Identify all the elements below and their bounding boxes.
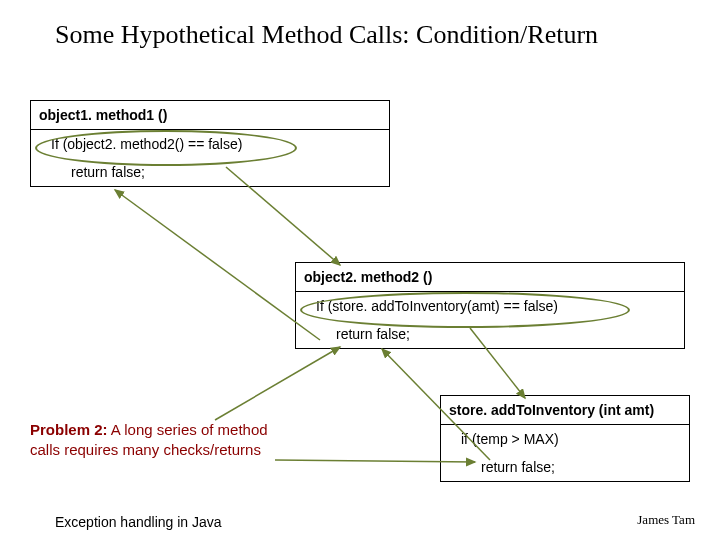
box1-header: object1. method1 () <box>31 101 389 130</box>
box2-header: object2. method2 () <box>296 263 684 292</box>
problem-block: Problem 2: A long series of method calls… <box>30 420 290 459</box>
code-box-addtoinventory: store. addToInventory (int amt) if (temp… <box>440 395 690 482</box>
problem-label: Problem 2: <box>30 421 108 438</box>
footer-left: Exception handling in Java <box>55 514 222 530</box>
box3-line2: return false; <box>441 453 689 481</box>
box3-header: store. addToInventory (int amt) <box>441 396 689 425</box>
highlight-ellipse-2 <box>300 292 630 328</box>
svg-line-4 <box>215 347 340 420</box>
svg-line-3 <box>115 190 320 340</box>
slide-title: Some Hypothetical Method Calls: Conditio… <box>55 20 598 50</box>
footer-right: James Tam <box>637 512 695 528</box>
highlight-ellipse-1 <box>35 130 297 166</box>
box3-line1: if (temp > MAX) <box>441 425 689 453</box>
